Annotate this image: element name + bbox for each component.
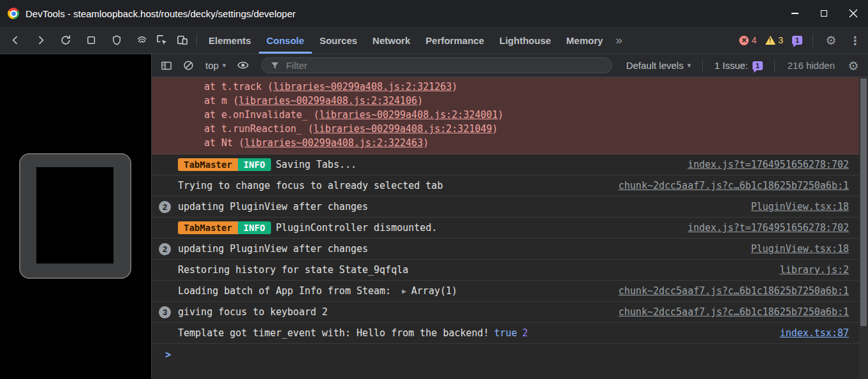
error-counter[interactable]: ✕ 4 xyxy=(737,35,759,45)
console-toolbar: top ▾ Default levels ▾ 1 Issue: 1 xyxy=(152,54,868,77)
filter-box xyxy=(261,57,612,73)
tab-lighthouse[interactable]: Lighthouse xyxy=(492,27,559,54)
back-button[interactable] xyxy=(5,30,26,50)
forward-button[interactable] xyxy=(31,30,51,50)
tab-network[interactable]: Network xyxy=(365,27,418,54)
forward-icon xyxy=(34,34,47,47)
tab-performance[interactable]: Performance xyxy=(418,27,492,54)
source-link[interactable]: chunk~2dcc5aaf7.js?c…6b1c18625b7250a6b:1 xyxy=(619,180,849,191)
log-message: updating PluginView after changes xyxy=(178,201,742,212)
log-text: giving focus to keyboard 2 xyxy=(178,306,328,318)
tab-memory[interactable]: Memory xyxy=(559,27,611,54)
stack-source-link[interactable]: libraries~00299a408.js:2:321263 xyxy=(273,81,452,93)
log-levels-label: Default levels xyxy=(626,60,684,71)
info-badge: INFO xyxy=(238,158,271,171)
devtools-menu-button[interactable]: ⋮ xyxy=(845,30,865,50)
inspect-element-button[interactable] xyxy=(152,30,172,50)
settings-button[interactable]: ⚙ xyxy=(821,30,841,50)
log-text: Loading batch of App Info from Steam: xyxy=(178,285,397,297)
app-tile-image xyxy=(36,167,114,264)
warning-icon xyxy=(765,36,776,45)
tab-sources[interactable]: Sources xyxy=(312,27,365,54)
app-tile[interactable] xyxy=(19,153,131,279)
hidden-messages-label: 216 hidden xyxy=(781,60,841,71)
reload-button[interactable] xyxy=(55,30,76,50)
repeat-count-badge: 2 xyxy=(159,201,171,213)
funnel-filter-icon xyxy=(270,61,280,71)
maximize-button[interactable] xyxy=(809,0,839,27)
repeat-count-badge: 3 xyxy=(159,306,171,318)
log-message: Trying to change focus to already select… xyxy=(178,180,610,191)
log-number-value: 2 xyxy=(522,327,528,339)
warning-counter[interactable]: 3 xyxy=(763,35,786,45)
fingerprint-button[interactable] xyxy=(131,30,152,50)
eye-icon xyxy=(237,59,249,72)
stack-source-link[interactable]: libraries~00299a408.js:2:324001 xyxy=(320,109,498,121)
object-preview[interactable]: Array(1) xyxy=(411,285,457,297)
console-scrollbar[interactable] xyxy=(859,77,868,379)
log-message: Template got timer_event with: Hello fro… xyxy=(178,327,771,339)
log-message: updating PluginView after changes xyxy=(178,243,742,255)
issues-counter-toolbar[interactable]: 1 Issue: 1 xyxy=(709,60,768,71)
source-link[interactable]: index.js?t=1764951656278:702 xyxy=(688,159,849,170)
window-title: DevTools - steamloopback.host/routes/dec… xyxy=(26,8,296,19)
source-link[interactable]: PluginView.tsx:18 xyxy=(751,201,849,212)
source-link[interactable]: chunk~2dcc5aaf7.js?c…6b1c18625b7250a6b:1 xyxy=(619,306,849,318)
stack-source-link[interactable]: libraries~00299a408.js:2:322463 xyxy=(244,137,423,149)
console-prompt[interactable]: > xyxy=(152,344,868,365)
console-panel: top ▾ Default levels ▾ 1 Issue: 1 xyxy=(152,54,868,379)
window-body: top ▾ Default levels ▾ 1 Issue: 1 xyxy=(0,54,868,379)
device-toolbar-button[interactable] xyxy=(172,30,193,50)
console-settings-button[interactable]: ⚙ xyxy=(844,57,863,75)
source-link[interactable]: index.js?t=1764951656278:702 xyxy=(688,222,849,234)
expand-arrow-icon[interactable]: ▶ xyxy=(402,287,406,295)
log-text: Restoring history for state State_9qfqla xyxy=(178,264,408,276)
context-selector[interactable]: top ▾ xyxy=(200,60,231,71)
live-expression-button[interactable] xyxy=(233,57,253,75)
stack-frame: at t.track (libraries~00299a408.js:2:321… xyxy=(204,80,849,94)
stack-frame: at e.onInvalidate_ (libraries~00299a408.… xyxy=(204,108,849,122)
log-levels-selector[interactable]: Default levels ▾ xyxy=(621,60,696,71)
divider xyxy=(196,34,197,47)
stack-frame: at t.runReaction_ (libraries~00299a408.j… xyxy=(204,122,849,136)
tab-console[interactable]: Console xyxy=(259,27,312,54)
maximize-icon xyxy=(821,10,827,17)
close-icon xyxy=(849,9,858,18)
stack-text: at m ( xyxy=(204,95,239,107)
console-log: at t.track (libraries~00299a408.js:2:321… xyxy=(152,77,868,379)
inspect-icon xyxy=(156,34,168,47)
filter-input[interactable] xyxy=(286,60,603,71)
console-log-row: Restoring history for state State_9qfqla… xyxy=(152,260,868,281)
prompt-chevron-icon: > xyxy=(165,349,171,360)
kebab-menu-icon: ⋮ xyxy=(850,34,861,47)
issues-counter[interactable]: 1 xyxy=(790,36,805,45)
tab-elements[interactable]: Elements xyxy=(201,27,259,54)
console-log-row: Loading batch of App Info from Steam: ▶ … xyxy=(152,281,868,302)
scrollbar-thumb[interactable] xyxy=(860,78,867,326)
log-badges: TabMaster INFO xyxy=(178,221,271,234)
stop-button[interactable] xyxy=(81,30,101,50)
console-log-row: 2 updating PluginView after changes Plug… xyxy=(152,239,868,260)
reload-icon xyxy=(59,34,72,47)
stack-source-link[interactable]: libraries~00299a408.js:2:324106 xyxy=(239,95,417,107)
stack-text: ) xyxy=(452,81,457,93)
source-link[interactable]: PluginView.tsx:18 xyxy=(751,243,849,255)
minimize-button[interactable] xyxy=(780,0,809,27)
console-sidebar-toggle-button[interactable] xyxy=(157,57,176,75)
warning-count: 3 xyxy=(778,35,783,45)
log-gutter: 3 xyxy=(152,306,178,318)
source-link[interactable]: library.js:2 xyxy=(780,264,849,276)
source-link[interactable]: index.tsx:87 xyxy=(780,327,849,339)
devtools-tab-bar: Elements Console Sources Network Perform… xyxy=(0,27,868,54)
log-message: giving focus to keyboard 2 xyxy=(178,306,610,318)
clear-console-icon xyxy=(182,59,195,71)
more-tabs-button[interactable]: » xyxy=(610,33,628,47)
gear-icon: ⚙ xyxy=(825,33,836,47)
stack-source-link[interactable]: libraries~00299a408.js:2:321049 xyxy=(314,123,492,135)
close-button[interactable] xyxy=(839,0,868,27)
clear-console-button[interactable] xyxy=(179,57,198,75)
log-boolean-value: true xyxy=(494,327,517,339)
source-link[interactable]: chunk~2dcc5aaf7.js?c…6b1c18625b7250a6b:1 xyxy=(619,285,849,297)
log-text: Saving Tabs... xyxy=(276,159,357,170)
shield-button[interactable] xyxy=(107,30,127,50)
